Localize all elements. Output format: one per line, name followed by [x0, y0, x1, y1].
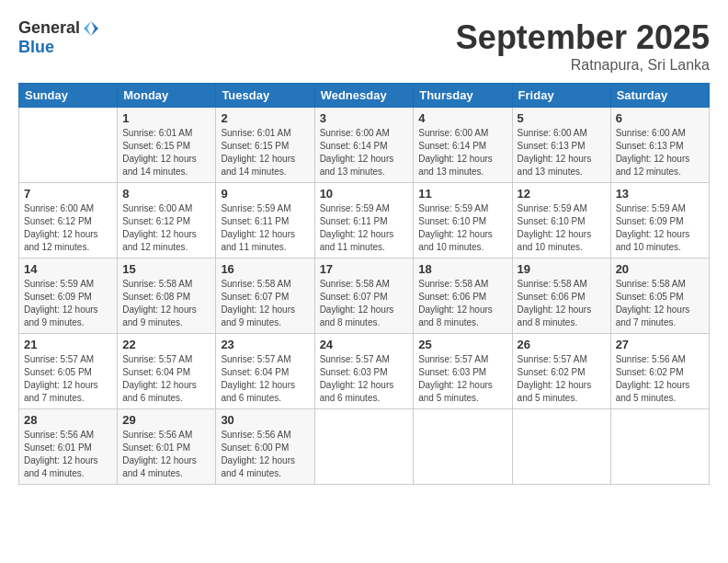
day-info: Sunrise: 6:00 AM Sunset: 6:12 PM Dayligh…	[122, 202, 210, 254]
calendar-cell: 7Sunrise: 6:00 AM Sunset: 6:12 PM Daylig…	[19, 183, 118, 259]
day-info: Sunrise: 5:57 AM Sunset: 6:03 PM Dayligh…	[418, 353, 506, 405]
day-number: 12	[518, 187, 606, 201]
day-number: 20	[616, 262, 704, 276]
day-info: Sunrise: 5:57 AM Sunset: 6:02 PM Dayligh…	[518, 353, 606, 405]
day-number: 22	[122, 338, 210, 351]
calendar-cell: 18Sunrise: 5:58 AM Sunset: 6:06 PM Dayli…	[414, 259, 512, 334]
calendar-week-2: 7Sunrise: 6:00 AM Sunset: 6:12 PM Daylig…	[19, 183, 710, 259]
calendar-cell: 27Sunrise: 5:56 AM Sunset: 6:02 PM Dayli…	[610, 334, 709, 409]
calendar-table: SundayMondayTuesdayWednesdayThursdayFrid…	[18, 83, 710, 485]
day-info: Sunrise: 5:57 AM Sunset: 6:04 PM Dayligh…	[122, 353, 210, 405]
day-number: 6	[616, 111, 704, 125]
day-info: Sunrise: 5:58 AM Sunset: 6:07 PM Dayligh…	[320, 278, 409, 329]
day-number: 5	[518, 111, 606, 125]
day-number: 13	[616, 187, 704, 201]
title-block: September 2025 Ratnapura, Sri Lanka	[456, 18, 710, 74]
calendar-cell: 4Sunrise: 6:00 AM Sunset: 6:14 PM Daylig…	[414, 108, 512, 183]
day-number: 15	[122, 262, 210, 276]
calendar-cell: 5Sunrise: 6:00 AM Sunset: 6:13 PM Daylig…	[512, 108, 610, 183]
calendar-cell: 15Sunrise: 5:58 AM Sunset: 6:08 PM Dayli…	[118, 259, 216, 334]
calendar-cell: 21Sunrise: 5:57 AM Sunset: 6:05 PM Dayli…	[19, 334, 118, 409]
day-info: Sunrise: 6:00 AM Sunset: 6:12 PM Dayligh…	[24, 202, 112, 254]
logo-icon	[82, 19, 100, 38]
calendar-cell: 16Sunrise: 5:58 AM Sunset: 6:07 PM Dayli…	[216, 259, 314, 334]
day-info: Sunrise: 6:00 AM Sunset: 6:13 PM Dayligh…	[616, 127, 704, 178]
calendar-cell: 29Sunrise: 5:56 AM Sunset: 6:01 PM Dayli…	[118, 409, 216, 485]
day-info: Sunrise: 5:58 AM Sunset: 6:06 PM Dayligh…	[518, 278, 606, 329]
day-info: Sunrise: 5:58 AM Sunset: 6:07 PM Dayligh…	[221, 278, 309, 329]
day-number: 9	[221, 187, 309, 201]
day-number: 17	[320, 262, 409, 276]
calendar-cell: 28Sunrise: 5:56 AM Sunset: 6:01 PM Dayli…	[19, 409, 118, 485]
day-info: Sunrise: 5:59 AM Sunset: 6:10 PM Dayligh…	[518, 202, 606, 254]
calendar-week-4: 21Sunrise: 5:57 AM Sunset: 6:05 PM Dayli…	[19, 334, 710, 409]
month-title: September 2025	[456, 18, 710, 57]
day-number: 8	[122, 187, 210, 201]
weekday-header-saturday: Saturday	[610, 84, 709, 108]
day-info: Sunrise: 5:58 AM Sunset: 6:06 PM Dayligh…	[418, 278, 506, 329]
day-info: Sunrise: 6:01 AM Sunset: 6:15 PM Dayligh…	[221, 127, 309, 178]
calendar-cell: 20Sunrise: 5:58 AM Sunset: 6:05 PM Dayli…	[610, 259, 709, 334]
day-info: Sunrise: 6:00 AM Sunset: 6:14 PM Dayligh…	[418, 127, 506, 178]
day-number: 3	[320, 111, 409, 125]
calendar-cell: 11Sunrise: 5:59 AM Sunset: 6:10 PM Dayli…	[414, 183, 512, 259]
day-number: 14	[24, 262, 112, 276]
calendar-cell: 9Sunrise: 5:59 AM Sunset: 6:11 PM Daylig…	[216, 183, 314, 259]
day-info: Sunrise: 6:00 AM Sunset: 6:13 PM Dayligh…	[518, 127, 606, 178]
calendar-cell: 1Sunrise: 6:01 AM Sunset: 6:15 PM Daylig…	[118, 108, 216, 183]
weekday-header-thursday: Thursday	[414, 84, 512, 108]
calendar-header-row: SundayMondayTuesdayWednesdayThursdayFrid…	[19, 84, 710, 108]
calendar-cell: 6Sunrise: 6:00 AM Sunset: 6:13 PM Daylig…	[610, 108, 709, 183]
calendar-cell: 2Sunrise: 6:01 AM Sunset: 6:15 PM Daylig…	[216, 108, 314, 183]
calendar-cell: 10Sunrise: 5:59 AM Sunset: 6:11 PM Dayli…	[314, 183, 414, 259]
day-number: 26	[518, 338, 606, 351]
day-info: Sunrise: 5:59 AM Sunset: 6:09 PM Dayligh…	[24, 278, 112, 329]
calendar-cell: 12Sunrise: 5:59 AM Sunset: 6:10 PM Dayli…	[512, 183, 610, 259]
calendar-cell	[610, 409, 709, 485]
calendar-cell: 8Sunrise: 6:00 AM Sunset: 6:12 PM Daylig…	[118, 183, 216, 259]
calendar-cell: 14Sunrise: 5:59 AM Sunset: 6:09 PM Dayli…	[19, 259, 118, 334]
day-info: Sunrise: 5:59 AM Sunset: 6:10 PM Dayligh…	[418, 202, 506, 254]
page-header: General Blue September 2025 Ratnapura, S…	[18, 18, 710, 74]
day-number: 29	[122, 413, 210, 427]
calendar-cell	[512, 409, 610, 485]
day-info: Sunrise: 5:56 AM Sunset: 6:00 PM Dayligh…	[221, 429, 309, 480]
day-number: 4	[418, 111, 506, 125]
day-info: Sunrise: 5:58 AM Sunset: 6:08 PM Dayligh…	[122, 278, 210, 329]
day-info: Sunrise: 5:58 AM Sunset: 6:05 PM Dayligh…	[616, 278, 704, 329]
day-info: Sunrise: 5:56 AM Sunset: 6:01 PM Dayligh…	[122, 429, 210, 480]
logo: General Blue	[18, 18, 100, 57]
weekday-header-wednesday: Wednesday	[314, 84, 414, 108]
calendar-cell: 22Sunrise: 5:57 AM Sunset: 6:04 PM Dayli…	[118, 334, 216, 409]
calendar-cell	[19, 108, 118, 183]
day-number: 23	[221, 338, 309, 351]
calendar-week-1: 1Sunrise: 6:01 AM Sunset: 6:15 PM Daylig…	[19, 108, 710, 183]
day-number: 16	[221, 262, 309, 276]
calendar-cell: 24Sunrise: 5:57 AM Sunset: 6:03 PM Dayli…	[314, 334, 414, 409]
logo-general-text: General	[18, 18, 80, 38]
day-number: 24	[320, 338, 409, 351]
day-number: 11	[418, 187, 506, 201]
calendar-cell: 3Sunrise: 6:00 AM Sunset: 6:14 PM Daylig…	[314, 108, 414, 183]
day-number: 25	[418, 338, 506, 351]
day-info: Sunrise: 5:59 AM Sunset: 6:09 PM Dayligh…	[616, 202, 704, 254]
calendar-cell: 25Sunrise: 5:57 AM Sunset: 6:03 PM Dayli…	[414, 334, 512, 409]
weekday-header-sunday: Sunday	[19, 84, 118, 108]
day-number: 7	[24, 187, 112, 201]
day-number: 21	[24, 338, 112, 351]
calendar-week-5: 28Sunrise: 5:56 AM Sunset: 6:01 PM Dayli…	[19, 409, 710, 485]
calendar-cell: 19Sunrise: 5:58 AM Sunset: 6:06 PM Dayli…	[512, 259, 610, 334]
day-number: 18	[418, 262, 506, 276]
calendar-cell: 30Sunrise: 5:56 AM Sunset: 6:00 PM Dayli…	[216, 409, 314, 485]
calendar-cell: 17Sunrise: 5:58 AM Sunset: 6:07 PM Dayli…	[314, 259, 414, 334]
day-info: Sunrise: 5:59 AM Sunset: 6:11 PM Dayligh…	[320, 202, 409, 254]
day-number: 10	[320, 187, 409, 201]
weekday-header-tuesday: Tuesday	[216, 84, 314, 108]
logo-blue-text: Blue	[18, 38, 54, 57]
day-info: Sunrise: 5:56 AM Sunset: 6:01 PM Dayligh…	[24, 429, 112, 480]
calendar-cell: 26Sunrise: 5:57 AM Sunset: 6:02 PM Dayli…	[512, 334, 610, 409]
calendar-cell: 13Sunrise: 5:59 AM Sunset: 6:09 PM Dayli…	[610, 183, 709, 259]
day-info: Sunrise: 5:56 AM Sunset: 6:02 PM Dayligh…	[616, 353, 704, 405]
day-info: Sunrise: 6:00 AM Sunset: 6:14 PM Dayligh…	[320, 127, 409, 178]
day-info: Sunrise: 6:01 AM Sunset: 6:15 PM Dayligh…	[122, 127, 210, 178]
